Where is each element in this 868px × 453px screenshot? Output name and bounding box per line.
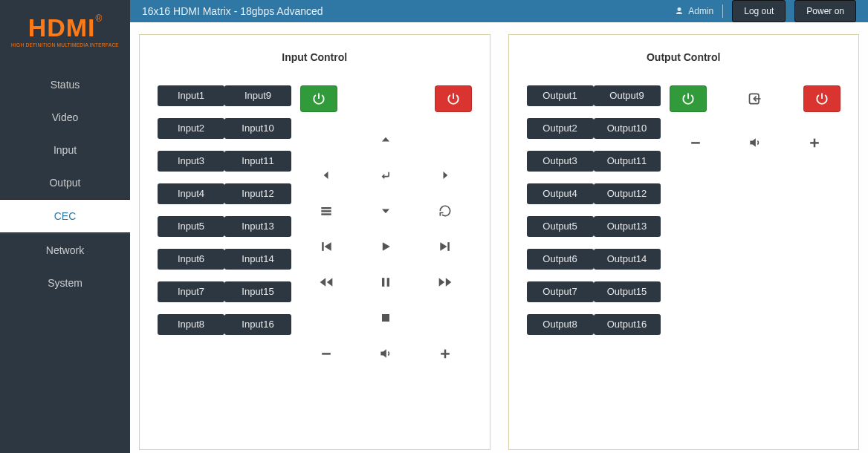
input-chip[interactable]: Input1 [158,85,224,106]
output-chip[interactable]: Output3 [527,151,594,172]
input-chip[interactable]: Input4 [158,183,224,204]
list-item: Input4Input12 [158,183,291,204]
topbar-divider [722,4,723,18]
svg-rect-2 [321,213,331,215]
svg-rect-4 [448,242,450,251]
next-track-icon[interactable] [430,235,460,258]
output-chip[interactable]: Output10 [594,118,661,139]
output-chip[interactable]: Output2 [527,118,594,139]
power-on-button[interactable]: Power on [794,0,856,22]
list-item: Output1Output9 [527,85,661,106]
output-chip[interactable]: Output11 [594,151,661,172]
nav: Status Video Input Output CEC Network Sy… [0,68,130,299]
list-item: Output4Output12 [527,183,661,204]
power-icon [681,91,696,106]
logout-button[interactable]: Log out [732,0,786,22]
left-icon[interactable] [311,164,341,186]
nav-video[interactable]: Video [0,101,130,134]
volume-down-icon[interactable] [311,342,341,365]
input-source-icon[interactable] [748,88,762,110]
volume-up-icon[interactable] [430,342,460,365]
list-item: Input2Input10 [158,118,291,139]
output-chip[interactable]: Output16 [594,314,661,335]
output-chip[interactable]: Output9 [594,85,661,106]
output-power-off-button[interactable] [803,85,841,112]
svg-rect-6 [387,278,389,287]
nav-status[interactable]: Status [0,68,130,101]
input-chip[interactable]: Input12 [224,183,291,204]
list-item: Input3Input11 [158,151,291,172]
list-item: Output7Output15 [527,281,661,302]
nav-input[interactable]: Input [0,134,130,166]
input-list: Input1Input9Input2Input10Input3Input11In… [158,85,291,365]
volume-up-icon[interactable] [800,131,829,154]
down-icon[interactable] [371,200,401,222]
pause-icon[interactable] [371,271,401,293]
input-chip[interactable]: Input5 [158,216,224,237]
volume-icon[interactable] [371,342,401,365]
admin-link[interactable]: Admin [675,6,713,16]
spacer [311,128,341,151]
stop-icon[interactable] [371,307,401,329]
output-panel-title: Output Control [527,51,841,63]
rewind-icon[interactable] [311,271,341,293]
output-chip[interactable]: Output14 [594,249,661,270]
output-chip[interactable]: Output7 [527,281,594,302]
power-icon [814,91,829,106]
nav-output[interactable]: Output [0,166,130,199]
nav-network[interactable]: Network [0,234,130,267]
svg-rect-5 [382,278,384,287]
output-power-on-button[interactable] [670,85,707,112]
prev-track-icon[interactable] [311,235,341,258]
refresh-icon[interactable] [430,200,460,222]
power-icon [446,91,461,106]
list-item: Input1Input9 [158,85,291,106]
input-chip[interactable]: Input9 [224,85,291,106]
admin-label: Admin [688,6,713,16]
nav-system[interactable]: System [0,267,130,299]
input-chip[interactable]: Input13 [224,216,291,237]
play-icon[interactable] [371,235,401,258]
output-chip[interactable]: Output12 [594,183,661,204]
list-item: Input8Input16 [158,314,291,335]
output-chip[interactable]: Output13 [594,216,661,237]
volume-down-icon[interactable] [681,131,710,154]
output-chip[interactable]: Output4 [527,183,594,204]
list-item: Output2Output10 [527,118,661,139]
list-item: Input6Input14 [158,249,291,270]
volume-icon[interactable] [740,131,770,154]
input-chip[interactable]: Input2 [158,118,224,139]
output-chip[interactable]: Output6 [527,249,594,270]
fast-forward-icon[interactable] [430,271,460,293]
spacer [430,307,460,329]
input-chip[interactable]: Input10 [224,118,291,139]
up-icon[interactable] [371,128,401,151]
output-chip[interactable]: Output1 [527,85,594,106]
svg-rect-1 [321,210,331,212]
output-chip[interactable]: Output5 [527,216,594,237]
logo-word: HDMI [28,13,96,42]
svg-rect-3 [322,242,324,251]
output-chip[interactable]: Output15 [594,281,661,302]
nav-cec[interactable]: CEC [0,199,130,233]
list-item: Output5Output13 [527,216,661,237]
list-item: Output8Output16 [527,314,661,335]
input-chip[interactable]: Input6 [158,249,224,270]
input-chip[interactable]: Input15 [224,281,291,302]
input-chip[interactable]: Input16 [224,314,291,335]
topbar: 16x16 HDMI Matrix - 18gbps Advanced Admi… [130,0,868,22]
input-chip[interactable]: Input11 [224,151,291,172]
input-chip[interactable]: Input8 [158,314,224,335]
output-chip[interactable]: Output8 [527,314,594,335]
input-chip[interactable]: Input7 [158,281,224,302]
menu-icon[interactable] [311,200,341,222]
input-power-on-button[interactable] [300,85,337,112]
list-item: Output6Output14 [527,249,661,270]
input-control-panel: Input Control Input1Input9Input2Input10I… [139,34,490,450]
input-power-off-button[interactable] [435,85,472,112]
enter-icon[interactable] [371,164,401,186]
right-icon[interactable] [430,164,460,186]
input-chip[interactable]: Input3 [158,151,224,172]
svg-rect-14 [814,139,816,148]
input-chip[interactable]: Input14 [224,249,291,270]
